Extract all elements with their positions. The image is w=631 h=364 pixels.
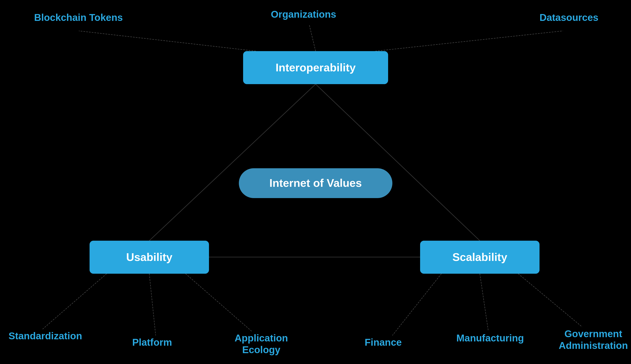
svg-line-3 xyxy=(79,31,256,51)
datasources-label: Datasources xyxy=(540,12,598,24)
svg-line-0 xyxy=(149,84,316,241)
scalability-node: Scalability xyxy=(420,241,540,274)
internet-of-values-node: Internet of Values xyxy=(239,168,392,198)
organizations-label: Organizations xyxy=(271,8,336,20)
svg-line-9 xyxy=(392,274,442,336)
svg-line-4 xyxy=(309,24,316,51)
interoperability-node: Interoperability xyxy=(243,51,388,84)
svg-line-5 xyxy=(375,31,563,51)
usability-node: Usability xyxy=(90,241,209,274)
manufacturing-label: Manufacturing xyxy=(456,332,524,344)
svg-line-11 xyxy=(518,274,582,327)
standardization-label: Standardization xyxy=(9,330,82,342)
svg-line-6 xyxy=(43,274,107,329)
platform-label: Platform xyxy=(132,336,172,348)
government-administration-label: Government Administration xyxy=(559,328,628,352)
finance-label: Finance xyxy=(365,336,402,348)
svg-line-1 xyxy=(316,84,480,241)
svg-line-8 xyxy=(185,274,252,331)
blockchain-tokens-label: Blockchain Tokens xyxy=(34,12,123,24)
application-ecology-label: Application Ecology xyxy=(235,332,288,356)
svg-line-10 xyxy=(480,274,488,331)
svg-line-7 xyxy=(149,274,156,336)
diagram: Interoperability Internet of Values Usab… xyxy=(0,0,631,364)
